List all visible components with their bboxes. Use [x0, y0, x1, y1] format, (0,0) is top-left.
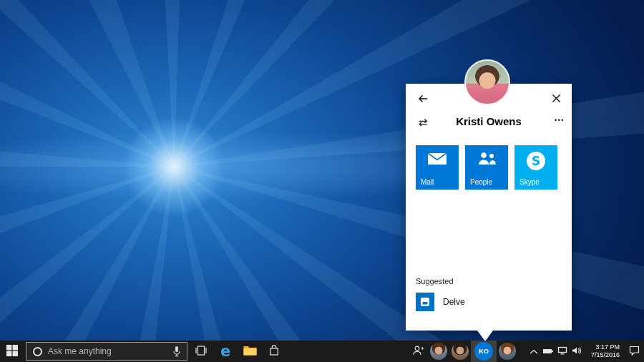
skype-s-glyph: S	[532, 155, 540, 167]
edge-button[interactable]: e	[213, 341, 238, 362]
desktop: ⇄ Kristi Owens ••• Mail	[0, 0, 644, 362]
taskbar: e	[0, 341, 644, 362]
clock-date: 7/15/2016	[591, 351, 620, 359]
taskbar-avatar-1[interactable]	[428, 341, 449, 362]
suggested-item-delve[interactable]: Delve	[416, 293, 465, 311]
taskbar-avatar-3[interactable]	[497, 341, 518, 362]
volume-button[interactable]	[570, 341, 584, 362]
contact-profile-photo	[464, 59, 510, 105]
action-center-icon	[629, 346, 640, 358]
taskbar-right: KO	[408, 341, 644, 362]
taskbar-avatar-2[interactable]	[449, 341, 471, 362]
start-button[interactable]	[0, 341, 24, 362]
microphone-icon[interactable]	[172, 346, 181, 357]
tile-label: Skype	[519, 178, 540, 186]
more-button[interactable]: •••	[555, 117, 565, 124]
taskbar-avatar-ko[interactable]: KO	[471, 341, 497, 362]
windows-logo-icon	[6, 345, 18, 358]
people-flyout: ⇄ Kristi Owens ••• Mail	[406, 84, 572, 331]
task-view-button[interactable]	[189, 341, 213, 362]
action-center-button[interactable]	[624, 341, 644, 362]
network-icon	[557, 346, 567, 357]
contact-name: Kristi Owens	[427, 115, 550, 127]
close-icon	[552, 94, 561, 105]
avatar-photo	[499, 343, 516, 360]
flyout-pointer	[477, 331, 493, 341]
taskbar-clock[interactable]: 3:17 PM 7/15/2016	[584, 343, 624, 359]
skype-tile[interactable]: S Skype	[514, 145, 557, 190]
skype-icon: S	[527, 152, 545, 170]
volume-icon	[572, 346, 582, 357]
edge-icon: e	[220, 344, 230, 359]
store-icon	[268, 345, 280, 358]
battery-button[interactable]	[541, 341, 555, 362]
chevron-up-icon	[530, 346, 538, 357]
show-hidden-icons-button[interactable]	[527, 341, 541, 362]
delve-icon	[416, 293, 434, 311]
mail-tile[interactable]: Mail	[416, 145, 459, 190]
tile-label: Mail	[421, 178, 434, 186]
clock-time: 3:17 PM	[595, 343, 620, 351]
app-tiles: Mail People S	[416, 145, 557, 190]
avatar-photo	[430, 343, 447, 360]
more-icon: •••	[555, 117, 565, 124]
skype-icon-wrap: S	[514, 152, 557, 170]
add-people-button[interactable]	[408, 341, 428, 362]
back-button[interactable]	[414, 91, 431, 108]
suggested-item-label: Delve	[443, 297, 465, 307]
battery-icon	[542, 346, 554, 357]
people-tile[interactable]: People	[465, 145, 508, 190]
add-people-icon	[412, 346, 424, 358]
cortana-icon[interactable]	[33, 347, 42, 356]
tray-spacer	[518, 341, 527, 362]
ko-avatar: KO	[474, 342, 493, 361]
folder-icon	[243, 345, 257, 358]
search-input[interactable]	[48, 343, 170, 360]
switch-icon: ⇄	[419, 116, 428, 129]
suggested-heading: Suggested	[416, 277, 454, 285]
mail-icon	[416, 152, 459, 165]
avatar-photo	[452, 343, 469, 360]
close-button[interactable]	[547, 91, 565, 108]
tile-label: People	[470, 178, 492, 186]
task-view-icon	[195, 346, 208, 358]
file-explorer-button[interactable]	[238, 341, 262, 362]
store-button[interactable]	[262, 341, 286, 362]
taskbar-left: e	[0, 341, 286, 362]
people-icon	[465, 152, 508, 166]
back-arrow-icon	[417, 93, 429, 107]
search-box[interactable]	[26, 342, 187, 361]
network-button[interactable]	[555, 341, 570, 362]
